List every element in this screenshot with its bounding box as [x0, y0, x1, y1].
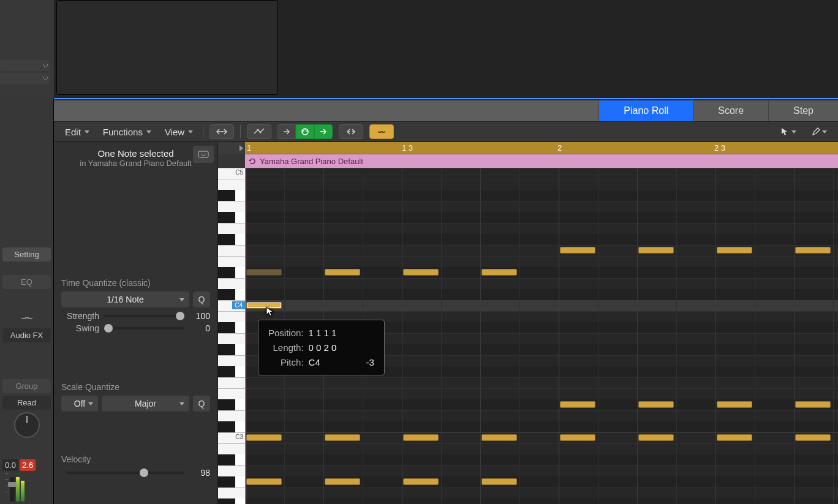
upper-dropdown-2[interactable]: [0, 73, 50, 84]
midi-note[interactable]: [717, 434, 752, 441]
white-key[interactable]: [218, 300, 245, 311]
midi-note[interactable]: [638, 401, 674, 408]
midi-note[interactable]: [795, 434, 831, 441]
white-key[interactable]: [218, 278, 245, 289]
midi-note[interactable]: [325, 269, 360, 276]
black-key[interactable]: [218, 366, 235, 377]
black-key[interactable]: [218, 454, 235, 465]
timeline-ruler[interactable]: 11 322 3: [245, 142, 838, 154]
black-key[interactable]: [218, 476, 235, 487]
black-key[interactable]: [218, 190, 235, 201]
track-header-box[interactable]: [56, 0, 278, 95]
pencil-tool-dropdown[interactable]: [807, 126, 831, 138]
midi-note[interactable]: [638, 434, 674, 441]
meter-row: 0.0 2.6: [2, 440, 51, 471]
automation-read[interactable]: Read: [2, 396, 51, 410]
tab-step[interactable]: Step: [768, 100, 838, 121]
swing-slider[interactable]: [104, 327, 184, 329]
link-tool[interactable]: [369, 124, 394, 139]
collapse-tool[interactable]: [210, 124, 234, 139]
midi-note[interactable]: [560, 247, 595, 254]
svg-point-5: [304, 129, 306, 130]
midi-note[interactable]: [246, 269, 282, 276]
audiofx-button[interactable]: Audio FX: [2, 328, 51, 342]
white-key[interactable]: [218, 333, 245, 344]
midi-note[interactable]: [717, 247, 752, 254]
midi-note[interactable]: [403, 434, 439, 441]
upper-dropdown-1[interactable]: [0, 60, 50, 71]
eq-button[interactable]: EQ: [2, 275, 51, 289]
white-key[interactable]: [218, 179, 245, 190]
ruler-play-toggle[interactable]: [218, 142, 245, 154]
white-key[interactable]: [218, 388, 245, 399]
midi-note[interactable]: [481, 478, 517, 485]
fader[interactable]: [10, 477, 15, 502]
white-key[interactable]: [218, 487, 245, 498]
midi-note[interactable]: [795, 401, 831, 408]
black-key[interactable]: [218, 234, 235, 245]
playhead[interactable]: [245, 168, 246, 504]
midi-note[interactable]: [246, 478, 282, 485]
midi-note[interactable]: [560, 434, 595, 441]
white-key[interactable]: [218, 223, 245, 234]
quantize-value-select[interactable]: 1/16 Note: [61, 291, 189, 307]
tab-score[interactable]: Score: [693, 100, 768, 121]
white-key[interactable]: [218, 443, 245, 454]
piano-keyboard[interactable]: C5C4C3: [218, 168, 245, 504]
ruler-mark: 2 3: [714, 143, 725, 152]
midi-note[interactable]: [246, 434, 282, 441]
edit-menu[interactable]: Edit: [61, 125, 93, 139]
midi-in-arrow[interactable]: [277, 124, 296, 139]
velocity-slider[interactable]: [66, 472, 184, 474]
functions-menu[interactable]: Functions: [99, 125, 155, 139]
pan-knob[interactable]: [14, 412, 40, 438]
white-key[interactable]: [218, 311, 245, 322]
strength-slider[interactable]: [104, 315, 184, 317]
scale-type-select[interactable]: Major: [102, 396, 189, 412]
link-icon[interactable]: [2, 314, 51, 322]
quantize-apply-button[interactable]: Q: [193, 291, 210, 307]
group-button[interactable]: Group: [2, 379, 51, 393]
setting-button[interactable]: Setting: [2, 247, 51, 261]
midi-note[interactable]: [325, 478, 360, 485]
scale-mode-select[interactable]: Off: [61, 396, 98, 412]
midi-note[interactable]: [560, 401, 595, 408]
black-key[interactable]: [218, 399, 235, 410]
region-header[interactable]: Yamaha Grand Piano Default: [245, 154, 838, 168]
midi-note[interactable]: [325, 434, 360, 441]
midi-note[interactable]: [638, 247, 674, 254]
midi-in-button[interactable]: [296, 124, 314, 139]
midi-note[interactable]: [246, 302, 282, 309]
white-key[interactable]: [218, 465, 245, 476]
black-key[interactable]: [218, 289, 235, 300]
white-key[interactable]: [218, 201, 245, 212]
catch-tool[interactable]: [339, 124, 363, 139]
black-key[interactable]: [218, 267, 235, 278]
black-key[interactable]: [218, 498, 235, 504]
view-menu[interactable]: View: [161, 125, 197, 139]
midi-note[interactable]: [481, 269, 517, 276]
midi-note[interactable]: [717, 401, 752, 408]
upper-panel: [0, 0, 838, 98]
scale-quantize-apply[interactable]: Q: [193, 396, 210, 412]
white-key[interactable]: [218, 410, 245, 421]
midi-note[interactable]: [481, 434, 517, 441]
inspector-dropdown[interactable]: [193, 146, 214, 163]
black-key[interactable]: [218, 212, 235, 223]
automation-tool[interactable]: [247, 124, 271, 139]
white-key[interactable]: [218, 355, 245, 366]
tab-piano-roll[interactable]: Piano Roll: [598, 100, 693, 121]
white-key[interactable]: [218, 256, 245, 267]
white-key[interactable]: [218, 245, 245, 256]
pointer-tool-dropdown[interactable]: [777, 126, 800, 138]
black-key[interactable]: [218, 344, 235, 355]
white-key[interactable]: [218, 432, 245, 443]
midi-out-button[interactable]: [314, 124, 333, 139]
white-key[interactable]: [218, 377, 245, 388]
midi-note[interactable]: [403, 478, 439, 485]
midi-note[interactable]: [403, 269, 439, 276]
white-key[interactable]: [218, 168, 245, 179]
black-key[interactable]: [218, 322, 235, 333]
black-key[interactable]: [218, 421, 235, 432]
midi-note[interactable]: [795, 247, 831, 254]
